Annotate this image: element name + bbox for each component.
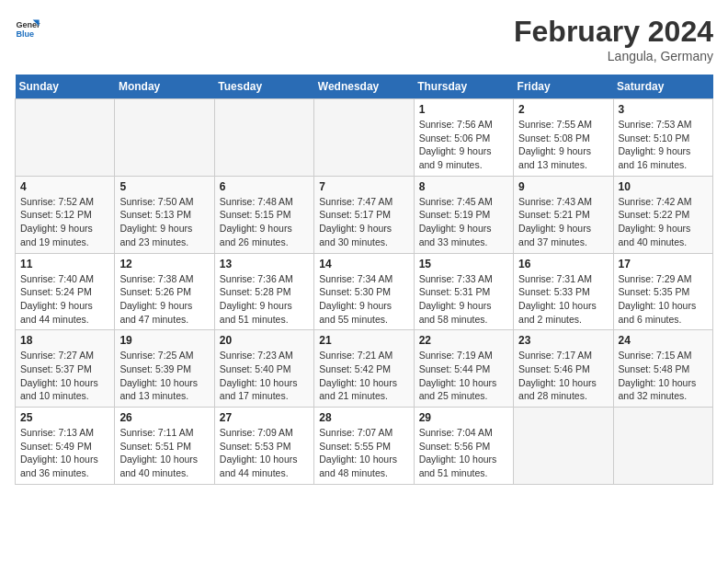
day-info: Sunrise: 7:50 AM Sunset: 5:13 PM Dayligh… [119,195,209,249]
calendar-cell [514,408,613,485]
day-number: 14 [319,258,408,270]
page-header: General Blue February 2024 Langula, Germ… [15,15,713,63]
calendar-week-1: 1Sunrise: 7:56 AM Sunset: 5:06 PM Daylig… [16,99,713,177]
calendar-cell: 14Sunrise: 7:34 AM Sunset: 5:30 PM Dayli… [314,253,414,330]
calendar-cell: 25Sunrise: 7:13 AM Sunset: 5:49 PM Dayli… [16,408,115,485]
day-info: Sunrise: 7:04 AM Sunset: 5:56 PM Dayligh… [419,426,508,480]
day-info: Sunrise: 7:40 AM Sunset: 5:24 PM Dayligh… [20,272,109,327]
day-info: Sunrise: 7:34 AM Sunset: 5:30 PM Dayligh… [319,272,408,327]
day-number: 17 [619,258,708,270]
col-header-tuesday: Tuesday [214,75,313,99]
calendar-cell: 1Sunrise: 7:56 AM Sunset: 5:06 PM Daylig… [414,99,513,177]
day-info: Sunrise: 7:56 AM Sunset: 5:06 PM Dayligh… [419,118,508,172]
col-header-monday: Monday [115,75,214,99]
col-header-friday: Friday [514,75,613,99]
calendar-cell: 26Sunrise: 7:11 AM Sunset: 5:51 PM Dayli… [115,408,214,485]
calendar-table: SundayMondayTuesdayWednesdayThursdayFrid… [15,75,713,485]
calendar-cell: 17Sunrise: 7:29 AM Sunset: 5:35 PM Dayli… [613,253,712,330]
day-info: Sunrise: 7:13 AM Sunset: 5:49 PM Dayligh… [20,426,109,480]
day-info: Sunrise: 7:27 AM Sunset: 5:37 PM Dayligh… [20,349,109,403]
calendar-cell: 13Sunrise: 7:36 AM Sunset: 5:28 PM Dayli… [214,253,313,330]
day-number: 18 [20,334,109,347]
day-info: Sunrise: 7:43 AM Sunset: 5:21 PM Dayligh… [518,195,608,249]
day-number: 28 [319,411,408,424]
day-info: Sunrise: 7:09 AM Sunset: 5:53 PM Dayligh… [220,426,309,480]
page-title: February 2024 [514,15,713,49]
calendar-cell: 20Sunrise: 7:23 AM Sunset: 5:40 PM Dayli… [214,330,313,408]
calendar-cell: 10Sunrise: 7:42 AM Sunset: 5:22 PM Dayli… [613,176,712,253]
day-number: 9 [518,180,608,193]
day-info: Sunrise: 7:38 AM Sunset: 5:26 PM Dayligh… [119,272,209,327]
calendar-cell: 5Sunrise: 7:50 AM Sunset: 5:13 PM Daylig… [115,176,214,253]
day-info: Sunrise: 7:21 AM Sunset: 5:42 PM Dayligh… [319,349,408,403]
day-number: 11 [20,258,109,270]
day-info: Sunrise: 7:29 AM Sunset: 5:35 PM Dayligh… [619,272,708,327]
day-number: 5 [119,180,209,193]
day-info: Sunrise: 7:45 AM Sunset: 5:19 PM Dayligh… [419,195,508,249]
day-info: Sunrise: 7:31 AM Sunset: 5:33 PM Dayligh… [518,272,608,327]
day-number: 26 [119,411,209,424]
day-number: 15 [419,258,508,270]
day-number: 7 [319,180,408,193]
day-info: Sunrise: 7:52 AM Sunset: 5:12 PM Dayligh… [20,195,109,249]
day-number: 1 [419,103,508,116]
calendar-cell [314,99,414,177]
day-number: 16 [518,258,608,270]
calendar-cell [115,99,214,177]
day-number: 20 [220,334,309,347]
day-info: Sunrise: 7:53 AM Sunset: 5:10 PM Dayligh… [619,118,708,172]
day-info: Sunrise: 7:48 AM Sunset: 5:15 PM Dayligh… [220,195,309,249]
calendar-cell [613,408,712,485]
day-info: Sunrise: 7:47 AM Sunset: 5:17 PM Dayligh… [319,195,408,249]
day-info: Sunrise: 7:17 AM Sunset: 5:46 PM Dayligh… [518,349,608,403]
calendar-cell: 21Sunrise: 7:21 AM Sunset: 5:42 PM Dayli… [314,330,414,408]
logo: General Blue [15,15,40,40]
day-info: Sunrise: 7:36 AM Sunset: 5:28 PM Dayligh… [220,272,309,327]
day-number: 2 [518,103,608,116]
calendar-week-3: 11Sunrise: 7:40 AM Sunset: 5:24 PM Dayli… [16,253,713,330]
calendar-cell: 23Sunrise: 7:17 AM Sunset: 5:46 PM Dayli… [514,330,613,408]
day-info: Sunrise: 7:19 AM Sunset: 5:44 PM Dayligh… [419,349,508,403]
day-number: 29 [419,411,508,424]
calendar-cell: 3Sunrise: 7:53 AM Sunset: 5:10 PM Daylig… [613,99,712,177]
calendar-cell: 11Sunrise: 7:40 AM Sunset: 5:24 PM Dayli… [16,253,115,330]
day-number: 19 [119,334,209,347]
page-subtitle: Langula, Germany [514,49,713,63]
day-number: 25 [20,411,109,424]
calendar-cell: 9Sunrise: 7:43 AM Sunset: 5:21 PM Daylig… [514,176,613,253]
day-number: 22 [419,334,508,347]
calendar-cell [16,99,115,177]
calendar-cell: 8Sunrise: 7:45 AM Sunset: 5:19 PM Daylig… [414,176,513,253]
calendar-cell: 12Sunrise: 7:38 AM Sunset: 5:26 PM Dayli… [115,253,214,330]
col-header-sunday: Sunday [16,75,115,99]
title-block: February 2024 Langula, Germany [514,15,713,63]
calendar-cell: 2Sunrise: 7:55 AM Sunset: 5:08 PM Daylig… [514,99,613,177]
day-info: Sunrise: 7:33 AM Sunset: 5:31 PM Dayligh… [419,272,508,327]
day-info: Sunrise: 7:15 AM Sunset: 5:48 PM Dayligh… [619,349,708,403]
day-number: 6 [220,180,309,193]
calendar-cell [214,99,313,177]
calendar-cell: 7Sunrise: 7:47 AM Sunset: 5:17 PM Daylig… [314,176,414,253]
calendar-cell: 18Sunrise: 7:27 AM Sunset: 5:37 PM Dayli… [16,330,115,408]
calendar-cell: 28Sunrise: 7:07 AM Sunset: 5:55 PM Dayli… [314,408,414,485]
day-number: 10 [619,180,708,193]
calendar-cell: 15Sunrise: 7:33 AM Sunset: 5:31 PM Dayli… [414,253,513,330]
calendar-cell: 4Sunrise: 7:52 AM Sunset: 5:12 PM Daylig… [16,176,115,253]
col-header-saturday: Saturday [613,75,712,99]
day-info: Sunrise: 7:07 AM Sunset: 5:55 PM Dayligh… [319,426,408,480]
day-info: Sunrise: 7:11 AM Sunset: 5:51 PM Dayligh… [119,426,209,480]
day-number: 23 [518,334,608,347]
calendar-header-row: SundayMondayTuesdayWednesdayThursdayFrid… [16,75,713,99]
day-number: 13 [220,258,309,270]
day-info: Sunrise: 7:55 AM Sunset: 5:08 PM Dayligh… [518,118,608,172]
calendar-cell: 16Sunrise: 7:31 AM Sunset: 5:33 PM Dayli… [514,253,613,330]
day-info: Sunrise: 7:25 AM Sunset: 5:39 PM Dayligh… [119,349,209,403]
calendar-cell: 22Sunrise: 7:19 AM Sunset: 5:44 PM Dayli… [414,330,513,408]
calendar-week-2: 4Sunrise: 7:52 AM Sunset: 5:12 PM Daylig… [16,176,713,253]
day-number: 24 [619,334,708,347]
calendar-cell: 24Sunrise: 7:15 AM Sunset: 5:48 PM Dayli… [613,330,712,408]
calendar-cell: 6Sunrise: 7:48 AM Sunset: 5:15 PM Daylig… [214,176,313,253]
calendar-week-5: 25Sunrise: 7:13 AM Sunset: 5:49 PM Dayli… [16,408,713,485]
logo-icon: General Blue [15,15,40,40]
calendar-cell: 27Sunrise: 7:09 AM Sunset: 5:53 PM Dayli… [214,408,313,485]
